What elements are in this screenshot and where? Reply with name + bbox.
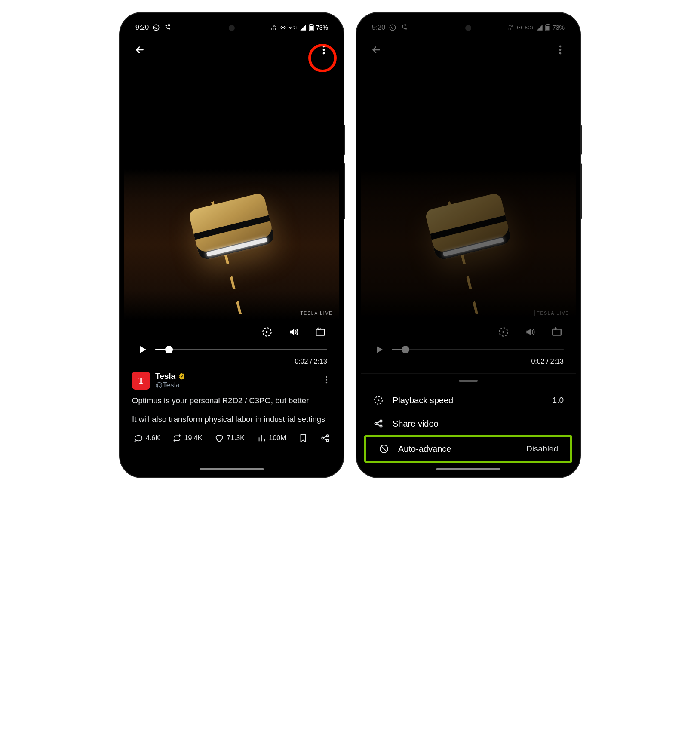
bookmark-button[interactable] <box>298 433 308 443</box>
whatsapp-icon <box>389 24 396 31</box>
highlight-circle <box>308 44 337 72</box>
svg-point-22 <box>559 49 562 51</box>
screen-left: 9:20 VoLTE 5G+ 73 <box>124 17 339 473</box>
video-frame-vehicle <box>424 192 512 261</box>
highlight-box: Auto-advance Disabled <box>364 435 572 463</box>
battery-icon <box>545 24 550 31</box>
signal-icon <box>536 24 543 31</box>
svg-point-11 <box>325 379 327 380</box>
time-display: 0:02 / 2:13 <box>124 358 339 368</box>
sheet-share-video[interactable]: Share video <box>361 412 576 435</box>
video-player[interactable]: TESLA LIVE <box>124 169 339 320</box>
svg-rect-19 <box>547 24 549 25</box>
nav-pill[interactable] <box>200 468 264 470</box>
call-forward-icon <box>163 24 171 31</box>
front-camera <box>229 25 235 31</box>
svg-rect-3 <box>310 24 312 25</box>
sheet-share-label: Share video <box>393 419 564 429</box>
repost-button[interactable]: 19.4K <box>172 433 203 443</box>
display-name[interactable]: Tesla <box>155 372 175 381</box>
sheet-auto-advance-label: Auto-advance <box>398 444 518 454</box>
network-type: 5G+ <box>289 25 298 30</box>
sheet-playback-speed-value: 1.0 <box>553 396 564 405</box>
svg-rect-20 <box>546 26 549 31</box>
svg-point-17 <box>519 27 520 28</box>
svg-point-16 <box>390 25 396 31</box>
top-nav <box>361 38 576 62</box>
more-options-button[interactable] <box>553 43 567 57</box>
avatar[interactable]: T <box>132 372 150 390</box>
battery-text: 73% <box>553 24 565 31</box>
signal-icon <box>300 24 307 31</box>
battery-text: 73% <box>316 24 328 31</box>
live-badge: TESLA LIVE <box>298 310 335 316</box>
svg-point-1 <box>282 27 284 28</box>
share-button[interactable] <box>320 433 330 443</box>
post-line-1: Optimus is your personal R2D2 / C3PO, bu… <box>132 396 332 406</box>
hotspot-icon <box>279 24 286 31</box>
svg-point-0 <box>153 25 159 31</box>
hotspot-icon <box>516 24 523 31</box>
front-camera <box>465 25 471 31</box>
video-frame-vehicle <box>188 192 276 261</box>
svg-point-12 <box>325 382 327 383</box>
clock: 9:20 <box>135 24 149 31</box>
battery-icon <box>309 24 314 31</box>
whatsapp-icon <box>152 24 160 31</box>
playback-speed-button[interactable] <box>261 326 273 338</box>
picture-in-picture-button[interactable] <box>314 326 326 338</box>
post-header: T Tesla @Tesla <box>124 368 339 393</box>
back-button[interactable] <box>133 43 147 57</box>
progress-track[interactable] <box>392 349 564 350</box>
play-button[interactable] <box>136 343 149 356</box>
network-type: 5G+ <box>525 25 534 30</box>
video-controls <box>361 320 576 341</box>
action-bar: 4.6K 19.4K 71.3K 100M <box>124 427 339 443</box>
auto-advance-icon <box>378 443 390 455</box>
like-button[interactable]: 71.3K <box>215 433 245 443</box>
playback-speed-icon <box>373 395 384 406</box>
video-controls <box>124 320 339 341</box>
post-line-2: It will also transform physical labor in… <box>132 414 332 425</box>
video-scrubber[interactable] <box>124 341 339 358</box>
svg-rect-4 <box>310 26 313 31</box>
post-more-button[interactable] <box>321 376 332 385</box>
post-text: Optimus is your personal R2D2 / C3PO, bu… <box>124 393 339 427</box>
options-sheet: Playback speed 1.0 Share video Auto-adva… <box>361 373 576 473</box>
svg-point-10 <box>325 376 327 378</box>
phone-left: 9:20 VoLTE 5G+ 73 <box>120 13 344 477</box>
share-icon <box>373 418 384 429</box>
video-player[interactable]: TESLA LIVE <box>361 169 576 320</box>
video-scrubber[interactable] <box>361 341 576 358</box>
call-forward-icon <box>400 24 408 31</box>
svg-rect-25 <box>553 329 561 335</box>
nav-pill[interactable] <box>436 468 500 470</box>
svg-rect-9 <box>316 329 325 335</box>
time-display: 0:02 / 2:13 <box>361 358 576 368</box>
svg-point-21 <box>559 46 562 48</box>
phone-right: 9:20 VoLTE 5G+ 73 <box>356 13 580 477</box>
sheet-auto-advance-value: Disabled <box>526 444 558 454</box>
sheet-auto-advance[interactable]: Auto-advance Disabled <box>366 437 570 461</box>
svg-point-23 <box>559 52 562 55</box>
progress-track[interactable] <box>155 349 327 350</box>
picture-in-picture-button[interactable] <box>551 326 563 338</box>
volte-icon: VoLTE <box>508 24 514 31</box>
verified-badge-icon <box>178 372 186 380</box>
volume-button[interactable] <box>524 326 536 338</box>
volume-button[interactable] <box>288 326 300 338</box>
sheet-playback-speed-label: Playback speed <box>393 396 544 405</box>
top-nav <box>124 38 339 62</box>
screen-right: 9:20 VoLTE 5G+ 73 <box>361 17 576 473</box>
live-badge: TESLA LIVE <box>534 310 571 316</box>
back-button[interactable] <box>369 43 383 57</box>
views-button[interactable]: 100M <box>257 433 286 443</box>
play-button[interactable] <box>373 343 386 356</box>
sheet-playback-speed[interactable]: Playback speed 1.0 <box>361 389 576 412</box>
reply-button[interactable]: 4.6K <box>134 433 160 443</box>
playback-speed-button[interactable] <box>497 326 510 338</box>
sheet-handle[interactable] <box>459 380 478 382</box>
clock: 9:20 <box>372 24 385 31</box>
handle[interactable]: @Tesla <box>155 381 316 390</box>
volte-icon: VoLTE <box>271 24 277 31</box>
